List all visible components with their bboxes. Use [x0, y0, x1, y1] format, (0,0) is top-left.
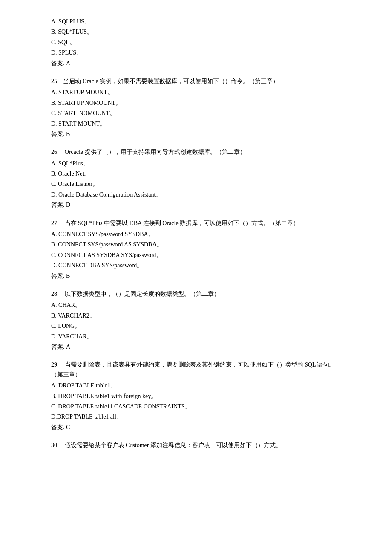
answer-pre: 答案. A	[51, 59, 341, 68]
answer-26: 答案. D	[51, 200, 341, 210]
question-26: 26. Orcacle 提供了（），用于支持采用向导方式创建数据库。（第二章） …	[51, 147, 341, 210]
question-25-title: 25. 当启动 Oracle 实例，如果不需要装置数据库，可以使用如下（）命令。…	[51, 77, 341, 86]
question-27-title: 27. 当在 SQL*Plus 中需要以 DBA 连接到 Oracle 数据库，…	[51, 219, 341, 228]
option-pre-a: A. SQLPLUS。	[51, 17, 341, 26]
question-27: 27. 当在 SQL*Plus 中需要以 DBA 连接到 Oracle 数据库，…	[51, 219, 341, 281]
question-29-title: 29. 当需要删除表，且该表具有外键约束，需要删除表及其外键约束，可以使用如下（…	[51, 360, 341, 379]
option-28-d: D. VARCHAR。	[51, 332, 341, 341]
option-25-b: B. STARTUP NOMOUNT。	[51, 98, 341, 108]
option-26-b: B. Oracle Net。	[51, 169, 341, 179]
question-30-title: 30. 假设需要给某个客户表 Customer 添加注释信息：客户表，可以使用如…	[51, 441, 341, 450]
option-26-a: A. SQL*Plus。	[51, 159, 341, 168]
option-25-c: C. START NOMOUNT。	[51, 109, 341, 118]
option-27-a: A. CONNECT SYS/password SYSDBA。	[51, 230, 341, 239]
option-29-a: A. DROP TABLE table1。	[51, 381, 341, 390]
question-29: 29. 当需要删除表，且该表具有外键约束，需要删除表及其外键约束，可以使用如下（…	[51, 360, 341, 432]
option-29-b: B. DROP TABLE table1 with foreign key。	[51, 392, 341, 401]
option-29-c: C. DROP TABLE table11 CASCADE CONSTRAINT…	[51, 402, 341, 411]
option-29-d: D.DROP TABLE table1 all。	[51, 412, 341, 422]
answer-25: 答案. B	[51, 130, 341, 139]
answer-28: 答案. A	[51, 342, 341, 352]
option-27-d: D. CONNECT DBA SYS/password。	[51, 261, 341, 270]
question-28-title: 28. 以下数据类型中，（）是固定长度的数据类型。（第二章）	[51, 289, 341, 299]
option-25-a: A. STARTUP MOUNT。	[51, 88, 341, 97]
option-27-c: C. CONNECT AS SYSDBA SYS/password。	[51, 251, 341, 260]
answer-29: 答案. C	[51, 423, 341, 432]
option-pre-d: D. SPLUS。	[51, 48, 341, 58]
answer-27: 答案. B	[51, 272, 341, 281]
option-pre-c: C. SQL。	[51, 38, 341, 47]
option-25-d: D. START MOUNT。	[51, 119, 341, 129]
question-pre: A. SQLPLUS。 B. SQL*PLUS。 C. SQL。 D. SPLU…	[51, 17, 341, 68]
option-28-a: A. CHAR。	[51, 301, 341, 310]
option-27-b: B. CONNECT SYS/password AS SYSDBA。	[51, 240, 341, 249]
question-26-title: 26. Orcacle 提供了（），用于支持采用向导方式创建数据库。（第二章）	[51, 147, 341, 157]
option-28-b: B. VARCHAR2。	[51, 311, 341, 321]
question-25: 25. 当启动 Oracle 实例，如果不需要装置数据库，可以使用如下（）命令。…	[51, 77, 341, 139]
option-28-c: C. LONG。	[51, 321, 341, 331]
question-30: 30. 假设需要给某个客户表 Customer 添加注释信息：客户表，可以使用如…	[51, 441, 341, 450]
option-pre-b: B. SQL*PLUS。	[51, 27, 341, 37]
question-28: 28. 以下数据类型中，（）是固定长度的数据类型。（第二章） A. CHAR。 …	[51, 289, 341, 352]
option-26-c: C. Oracle Listner。	[51, 179, 341, 189]
option-26-d: D. Oracle Database Configuration Assista…	[51, 190, 341, 199]
